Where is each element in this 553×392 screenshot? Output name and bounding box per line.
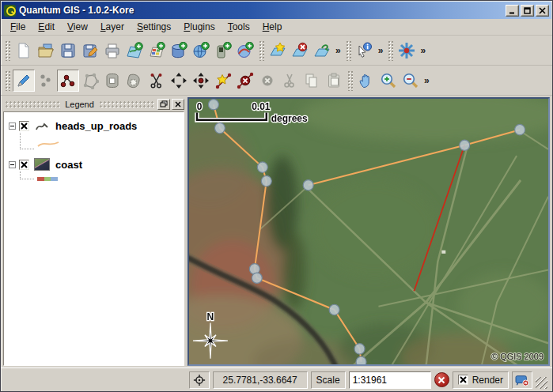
scale-input[interactable] xyxy=(349,371,431,389)
add-raster-layer-icon xyxy=(148,42,165,59)
move-feature-button[interactable] xyxy=(101,70,123,92)
collapse-expander[interactable] xyxy=(9,122,16,130)
remove-layer-button[interactable] xyxy=(289,40,311,62)
new-project-button[interactable] xyxy=(13,40,35,62)
toolbar-handle[interactable] xyxy=(347,70,353,91)
delete-vertex-button[interactable] xyxy=(234,70,256,92)
pan-button[interactable] xyxy=(355,70,377,92)
paste-button[interactable] xyxy=(323,70,345,92)
menu-view[interactable]: View xyxy=(61,19,94,35)
split-feature-button[interactable] xyxy=(146,70,168,92)
resize-grip[interactable] xyxy=(536,377,547,389)
menu-settings[interactable]: Settings xyxy=(131,19,177,35)
move-arrows-button[interactable] xyxy=(168,70,190,92)
map-render: 0 0.01 degrees N © QGIS 2009 xyxy=(189,99,548,364)
identify-button[interactable] xyxy=(354,40,376,62)
capture-polygon-button[interactable] xyxy=(79,70,101,92)
digitizing-toolbar: » xyxy=(1,66,552,96)
add-gps-layer-button[interactable] xyxy=(212,40,234,62)
toggle-editing-button[interactable] xyxy=(13,70,35,92)
add-vector-layer-button[interactable] xyxy=(123,40,146,62)
minus-icon xyxy=(9,123,15,129)
layer-symbology xyxy=(20,173,180,186)
print-button[interactable] xyxy=(101,40,123,62)
add-postgis-layer-button[interactable] xyxy=(168,40,190,62)
maximize-button[interactable] xyxy=(521,5,534,17)
stop-x-icon xyxy=(437,376,445,384)
zoom-out-icon xyxy=(402,72,419,89)
legend-float-button[interactable] xyxy=(157,99,170,110)
qgis-window: Quantum GIS - 1.0.2-Kore File Edit View … xyxy=(0,0,553,392)
toolbar-overflow-button[interactable]: » xyxy=(422,75,432,86)
menu-help[interactable]: Help xyxy=(256,19,289,35)
vertex-marker xyxy=(460,140,470,150)
capture-point-button[interactable] xyxy=(35,70,57,92)
menu-file[interactable]: File xyxy=(4,19,32,35)
identify-icon xyxy=(356,42,373,59)
vertex-marker xyxy=(257,162,267,172)
move-feature-icon xyxy=(104,72,121,89)
add-vertex-button[interactable] xyxy=(212,70,234,92)
scale-zero-label: 0 xyxy=(197,101,203,112)
close-button[interactable] xyxy=(536,5,549,17)
new-vector-layer-button[interactable] xyxy=(267,40,289,62)
new-vector-layer-icon xyxy=(269,42,286,59)
add-wfs-layer-button[interactable] xyxy=(190,40,212,62)
legend-close-button[interactable] xyxy=(172,99,184,110)
vertex-marker xyxy=(356,356,366,364)
reshape-feature-button[interactable] xyxy=(123,70,146,92)
layer-row[interactable]: heads_up_roads xyxy=(7,117,180,134)
layer-row[interactable]: coast xyxy=(7,156,180,173)
zoom-out-button[interactable] xyxy=(400,70,422,92)
capture-point-icon xyxy=(37,72,55,89)
save-project-button[interactable] xyxy=(57,40,79,62)
map-canvas[interactable]: 0 0.01 degrees N © QGIS 2009 xyxy=(187,97,550,366)
checkmark-x-icon xyxy=(459,375,468,384)
menu-plugins[interactable]: Plugins xyxy=(177,19,221,35)
qgis-logo-icon xyxy=(4,5,16,17)
new-project-icon xyxy=(15,42,32,59)
title-bar[interactable]: Quantum GIS - 1.0.2-Kore xyxy=(2,2,551,19)
refresh-icon xyxy=(398,42,415,59)
refresh-button[interactable] xyxy=(396,40,418,62)
toolbar-handle[interactable] xyxy=(5,70,10,91)
toolbar-overflow-button[interactable]: » xyxy=(376,45,386,56)
cut-button[interactable] xyxy=(278,70,301,92)
file-toolbar: » » » xyxy=(1,36,552,66)
layer-name: heads_up_roads xyxy=(55,120,137,132)
minus-icon xyxy=(9,162,15,168)
coordinate-capture-button[interactable] xyxy=(189,371,210,389)
add-wms-layer-button[interactable] xyxy=(234,40,256,62)
toolbar-handle[interactable] xyxy=(5,40,10,61)
zoom-in-button[interactable] xyxy=(377,70,400,92)
projection-icon xyxy=(515,374,529,386)
close-icon xyxy=(539,7,546,14)
minimize-button[interactable] xyxy=(506,5,519,17)
save-project-as-button[interactable] xyxy=(79,40,101,62)
move-vertex-button[interactable] xyxy=(190,70,212,92)
toolbar-handle[interactable] xyxy=(388,40,393,61)
add-raster-layer-button[interactable] xyxy=(146,40,168,62)
delete-selected-button[interactable] xyxy=(256,70,278,92)
legend-title: Legend xyxy=(62,100,97,109)
add-to-overview-button[interactable] xyxy=(311,40,333,62)
capture-line-button[interactable] xyxy=(57,70,79,92)
toolbar-handle[interactable] xyxy=(259,40,264,61)
toolbar-overflow-button[interactable]: » xyxy=(333,45,343,56)
layer-visibility-checkbox[interactable] xyxy=(19,121,29,131)
menu-edit[interactable]: Edit xyxy=(32,19,61,35)
toolbar-handle[interactable] xyxy=(346,40,351,61)
open-project-button[interactable] xyxy=(35,40,57,62)
render-checkbox[interactable] xyxy=(458,375,468,385)
stop-render-button[interactable] xyxy=(434,372,449,387)
menu-layer[interactable]: Layer xyxy=(94,19,131,35)
scale-max-label: 0.01 xyxy=(252,101,271,112)
legend-header[interactable]: Legend xyxy=(3,97,184,111)
collapse-expander[interactable] xyxy=(9,161,16,168)
copy-button[interactable] xyxy=(301,70,323,92)
toolbar-overflow-button[interactable]: » xyxy=(418,45,428,56)
render-toggle[interactable]: Render xyxy=(453,371,509,389)
menu-tools[interactable]: Tools xyxy=(222,19,256,35)
layer-visibility-checkbox[interactable] xyxy=(19,160,29,170)
projection-button[interactable] xyxy=(512,371,532,389)
